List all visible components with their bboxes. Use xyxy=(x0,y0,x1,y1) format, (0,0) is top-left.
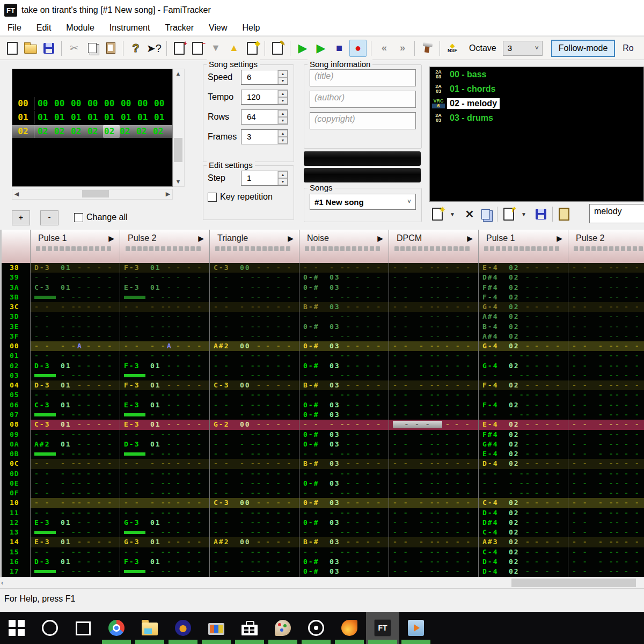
pattern-row[interactable]: 03- --- - -- --- - -- - -- --- - -- - --… xyxy=(2,371,644,380)
pattern-cell[interactable]: - - -- --- - - xyxy=(299,547,389,557)
frame-row[interactable]: 000000000000000000 xyxy=(12,97,172,110)
pattern-cell[interactable]: - - -- --- - - xyxy=(209,528,299,537)
pattern-cell[interactable]: - - -- --- - - xyxy=(568,518,644,528)
pattern-cell[interactable]: - - -- --- - - xyxy=(299,420,389,429)
pattern-cell[interactable]: - - -- --- - - xyxy=(209,400,299,410)
help-icon[interactable]: ? xyxy=(128,40,144,56)
scroll-down-icon[interactable]: ▼ xyxy=(173,177,183,186)
channel-header-5[interactable]: DPCM▶ xyxy=(389,230,478,263)
pattern-cell[interactable]: - - -- --- - - xyxy=(389,488,478,498)
instrument-name-input[interactable]: melody xyxy=(589,204,644,223)
pattern-cell[interactable]: - - -- --- - - xyxy=(209,361,299,371)
pattern-cell[interactable]: - - -- --- - - xyxy=(209,557,299,567)
frame-cell[interactable]: 02 xyxy=(38,125,54,138)
pattern-cell[interactable]: - - -- --- - - xyxy=(299,469,389,479)
pattern-cell[interactable]: - - -- --- - - xyxy=(30,547,120,557)
move-up-icon[interactable]: ▲ xyxy=(226,40,242,56)
pattern-cell[interactable]: C-301-- - - xyxy=(30,400,120,410)
pattern-cell[interactable]: E-301-- - - xyxy=(120,420,209,429)
pattern-cell[interactable]: - - -- --- - - xyxy=(30,322,120,332)
menu-item-instrument[interactable]: Instrument xyxy=(102,20,158,35)
pattern-cell[interactable]: - - -- --- - - xyxy=(30,302,120,312)
pattern-cell[interactable]: F-402-- - - xyxy=(478,380,568,390)
pattern-cell[interactable]: 0-#03-- - - xyxy=(299,283,389,292)
frame-editor-hscrollbar[interactable]: ◀ ▶ xyxy=(12,189,173,200)
pattern-cell[interactable]: - - -- --- - - xyxy=(478,371,568,380)
spin-up-icon[interactable]: ▲ xyxy=(278,110,288,117)
scrollbar-thumb[interactable] xyxy=(511,579,636,587)
pattern-cell[interactable]: - - -- --- - - xyxy=(209,322,299,332)
pattern-cell[interactable]: - - -- --- - - xyxy=(120,488,209,498)
pattern-cell[interactable]: - - -- --- - - xyxy=(209,547,299,557)
save-instrument-icon[interactable] xyxy=(533,207,549,222)
pattern-cell[interactable]: - - -- --- - - xyxy=(209,488,299,498)
pattern-cell[interactable]: D-402-- - - xyxy=(478,459,568,469)
pattern-cell[interactable]: - - -- --- - - xyxy=(389,380,478,390)
channel-header-3[interactable]: Triangle▶ xyxy=(209,230,299,263)
pattern-cell[interactable]: - - -- --- - - xyxy=(389,547,478,557)
pattern-cell[interactable]: - - -- --- - - xyxy=(209,518,299,528)
pattern-row[interactable]: 3B- --- - -- --- - -- - -- --- - -- - --… xyxy=(2,292,644,302)
menu-item-tracker[interactable]: Tracker xyxy=(157,20,201,35)
pattern-cell[interactable]: - - -- --- - - xyxy=(389,508,478,518)
frame-cell[interactable]: 00 xyxy=(87,97,104,110)
open-file-icon[interactable] xyxy=(23,40,39,56)
pattern-row[interactable]: 0D- - -- --- - -- - -- --- - -- - -- ---… xyxy=(2,469,644,479)
pattern-cell[interactable]: F#402-- - - xyxy=(478,430,568,440)
pattern-cell[interactable]: - - -- --- - - xyxy=(120,273,209,282)
pattern-cell[interactable]: - - -- --- - - xyxy=(209,449,299,459)
pattern-cell[interactable]: B-#03-- - - xyxy=(299,302,389,312)
pattern-cell[interactable]: A#402-- - - xyxy=(478,332,568,341)
pattern-row[interactable]: 3D- - -- --- - -- - -- --- - -- - -- ---… xyxy=(2,312,644,321)
pattern-cell[interactable]: G-402-- - - xyxy=(478,361,568,371)
play-icon[interactable]: ▶ xyxy=(295,40,311,56)
pattern-cell[interactable]: 0-#03-- - - xyxy=(299,273,389,282)
pattern-cell[interactable]: C-402-- - - xyxy=(478,547,568,557)
frame-editor-vscrollbar[interactable]: ▲ ▼ xyxy=(173,69,185,187)
pattern-cell[interactable]: 0-#03-- - - xyxy=(299,567,389,576)
pattern-row[interactable]: 38D-301-- - -F-301-- - -C-300-- - -- - -… xyxy=(2,263,644,273)
pattern-cell[interactable]: - - -- --- - - xyxy=(568,400,644,410)
taskbar-paint-icon[interactable] xyxy=(266,612,299,644)
pattern-cell[interactable]: 0-#03-- - - xyxy=(299,400,389,410)
pattern-cell[interactable]: - - -- --- - - xyxy=(120,351,209,361)
scroll-left-icon[interactable]: ‹ xyxy=(1,579,3,587)
pattern-cell[interactable]: - - -- --- - - xyxy=(120,302,209,312)
pattern-cell[interactable]: C-301-- - - xyxy=(30,283,120,292)
frame-cell[interactable]: 02 xyxy=(54,125,71,138)
pattern-cell[interactable]: - - -- --- - - xyxy=(389,332,478,341)
pattern-cell[interactable]: - - -- --- - - xyxy=(120,469,209,479)
pattern-cell[interactable]: - - -- --- - - xyxy=(568,440,644,449)
pattern-row[interactable]: 0E- - -- --- - -- - -- --- - -- - -- ---… xyxy=(2,479,644,488)
pattern-cell[interactable]: D#402-- - - xyxy=(478,273,568,282)
pattern-cell[interactable]: - - -- --- - - xyxy=(299,508,389,518)
frame-add-button[interactable]: + xyxy=(12,210,30,225)
taskbar-chrome-icon[interactable] xyxy=(100,612,133,644)
pattern-cell[interactable]: - - -- --- - - xyxy=(568,341,644,351)
pattern-cell[interactable]: B-402-- - - xyxy=(478,322,568,332)
pattern-cell[interactable]: - - -- --- - - xyxy=(389,557,478,567)
pattern-cell[interactable]: - - -- --- - - xyxy=(568,567,644,576)
pattern-cell[interactable]: - - -- --- - - xyxy=(389,449,478,459)
frame-cell[interactable]: 01 xyxy=(104,111,121,124)
pattern-row[interactable]: 00- - -- -A- - -- - -- -A- - -A#200-- - … xyxy=(2,341,644,351)
pattern-cell[interactable]: - - -- --- - - xyxy=(209,440,299,449)
pattern-cell[interactable]: - - -- --- - - xyxy=(389,469,478,479)
pattern-cell[interactable]: B-#03-- - - xyxy=(299,459,389,469)
channel-header-1[interactable]: Pulse 1▶ xyxy=(30,230,120,263)
pattern-cell[interactable]: D#402-- - - xyxy=(478,518,568,528)
spin-down-icon[interactable]: ▼ xyxy=(278,97,288,104)
pattern-cell[interactable]: E-301-- - - xyxy=(120,283,209,292)
pattern-cell[interactable]: - --- - - xyxy=(30,371,120,380)
instrument-item[interactable]: 2A0300 - bass xyxy=(430,68,643,82)
pattern-cell[interactable]: - - -- --- - - xyxy=(209,390,299,400)
pattern-cell[interactable]: - - -- --- - - xyxy=(568,410,644,420)
pattern-cell[interactable]: - - -- --- - - xyxy=(30,459,120,469)
module-properties-icon[interactable] xyxy=(419,40,435,56)
pattern-cell[interactable]: - --- - - xyxy=(30,292,120,302)
pattern-cell[interactable]: - --- - - xyxy=(30,449,120,459)
spin-up-icon[interactable]: ▲ xyxy=(278,90,288,97)
pattern-cell[interactable]: F-402-- - - xyxy=(478,292,568,302)
edit-instrument-icon[interactable] xyxy=(556,207,572,222)
pattern-cell[interactable]: - - -- --- - - xyxy=(389,479,478,488)
